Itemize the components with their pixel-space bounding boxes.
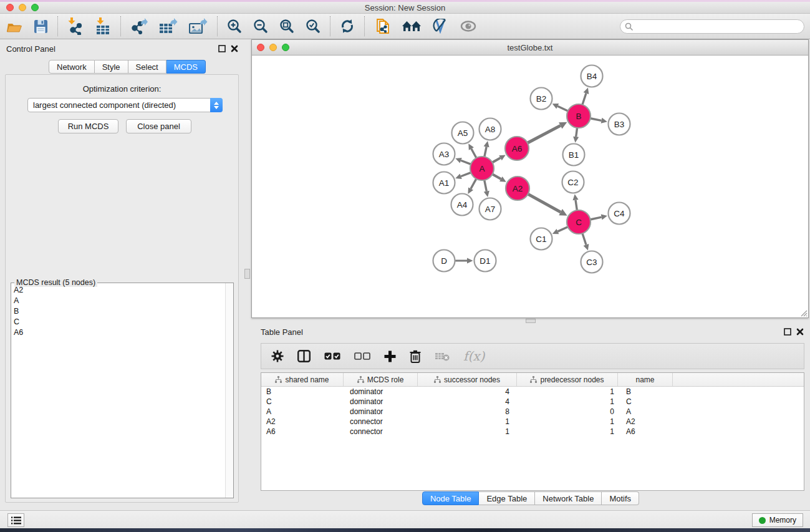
graph-edge-B-B3[interactable]: [591, 118, 602, 121]
mcds-result-list[interactable]: A2ABCA6: [11, 284, 225, 498]
table-cell[interactable]: 1: [418, 417, 517, 427]
copy-network-button[interactable]: [369, 16, 396, 37]
tab-node-table[interactable]: Node Table: [422, 491, 480, 505]
search-field[interactable]: [620, 19, 804, 34]
mcds-result-item[interactable]: B: [11, 306, 225, 316]
deselect-all-icon[interactable]: [354, 352, 370, 360]
graph-edge-B-B1[interactable]: [576, 128, 577, 137]
tab-network-table[interactable]: Network Table: [535, 491, 602, 505]
table-cell[interactable]: B: [618, 387, 673, 397]
tab-mcds[interactable]: MCDS: [166, 60, 206, 74]
table-cell[interactable]: 4: [418, 397, 517, 407]
tab-edge-table[interactable]: Edge Table: [479, 491, 535, 505]
table-row[interactable]: Adominator80A: [261, 407, 804, 417]
graph-edge-A2-C[interactable]: [528, 194, 561, 212]
graph-edge-A-A4[interactable]: [471, 179, 476, 189]
table-cell[interactable]: dominator: [344, 387, 418, 397]
graph-node-A[interactable]: A: [470, 157, 494, 180]
eye-button[interactable]: [455, 16, 482, 37]
table-cell[interactable]: A: [261, 407, 344, 417]
select-all-icon[interactable]: [324, 352, 340, 360]
zoom-fit-button[interactable]: [274, 16, 300, 37]
table-cell[interactable]: C: [261, 397, 344, 407]
table-cell[interactable]: 1: [418, 427, 517, 437]
table-cell[interactable]: A: [618, 407, 673, 417]
delete-column-icon[interactable]: [410, 350, 421, 363]
table-cell[interactable]: dominator: [344, 397, 418, 407]
table-cell[interactable]: A2: [261, 417, 344, 427]
table-cell[interactable]: A6: [618, 427, 673, 437]
graph-node-A4[interactable]: A4: [451, 194, 473, 216]
graph-node-C2[interactable]: C2: [562, 172, 584, 193]
optimization-criterion-dropdown[interactable]: largest connected component (directed): [27, 98, 223, 112]
graph-node-A5[interactable]: A5: [452, 122, 474, 144]
graph-node-A2[interactable]: A2: [506, 177, 529, 200]
graphics-details-button[interactable]: [427, 16, 455, 37]
table-cell[interactable]: dominator: [344, 407, 418, 417]
float-panel-icon[interactable]: [218, 45, 226, 52]
column-header-name[interactable]: name: [618, 373, 673, 386]
graph-edge-C-C2[interactable]: [576, 200, 577, 210]
task-history-button[interactable]: [7, 513, 24, 527]
graph-node-A8[interactable]: A8: [480, 118, 501, 140]
table-cell[interactable]: B: [261, 387, 344, 397]
zoom-window-icon[interactable]: [31, 4, 39, 11]
close-table-panel-icon[interactable]: [796, 328, 804, 336]
horizontal-splitter-handle[interactable]: [526, 319, 536, 323]
tab-motifs[interactable]: Motifs: [602, 491, 639, 505]
vertical-splitter-handle[interactable]: [244, 269, 250, 279]
graph-edge-A6-B[interactable]: [528, 125, 561, 143]
import-table-button[interactable]: [89, 16, 117, 37]
export-table-button[interactable]: [153, 16, 183, 37]
graph-node-A1[interactable]: A1: [433, 172, 455, 194]
table-cell[interactable]: A6: [261, 427, 344, 437]
table-cell[interactable]: 0: [517, 407, 618, 417]
zoom-in-button[interactable]: [221, 16, 248, 37]
network-window-titlebar[interactable]: testGlobe.txt: [252, 40, 808, 56]
import-network-button[interactable]: [62, 16, 89, 37]
refresh-view-button[interactable]: [334, 16, 360, 37]
column-header-successor-nodes[interactable]: successor nodes: [418, 373, 517, 386]
graph-node-A7[interactable]: A7: [480, 198, 501, 220]
graph-node-D[interactable]: D: [433, 250, 455, 272]
table-row[interactable]: A6connector11A6: [261, 427, 804, 437]
tab-network[interactable]: Network: [49, 60, 95, 74]
resize-grip-icon[interactable]: [799, 308, 808, 317]
graph-edge-A-A7[interactable]: [485, 180, 487, 191]
graph-edge-C-C1[interactable]: [557, 227, 567, 231]
graph-node-B2[interactable]: B2: [531, 88, 552, 110]
open-session-button[interactable]: [0, 16, 28, 37]
graph-node-C4[interactable]: C4: [609, 203, 630, 225]
graph-edge-B-B4[interactable]: [582, 94, 586, 105]
float-table-panel-icon[interactable]: [784, 328, 791, 336]
column-header-MCDS-role[interactable]: MCDS role: [344, 373, 418, 386]
graph-node-A6[interactable]: A6: [505, 137, 529, 160]
memory-button[interactable]: Memory: [752, 513, 803, 527]
table-cell[interactable]: 1: [517, 427, 618, 437]
mcds-result-item[interactable]: A6: [11, 327, 225, 337]
graph-edge-A-A1[interactable]: [461, 173, 471, 177]
graph-node-B4[interactable]: B4: [581, 65, 603, 87]
columns-icon[interactable]: [297, 350, 311, 362]
add-column-icon[interactable]: [384, 351, 396, 362]
network-graph[interactable]: B4B2BB3A8A5A6A3B1AA1C2A2A4A7C4CC1C3DD1: [252, 56, 808, 317]
table-row[interactable]: Cdominator41C: [261, 397, 804, 407]
table-row[interactable]: A2connector11A2: [261, 417, 804, 427]
column-header-predecessor-nodes[interactable]: predecessor nodes: [517, 373, 618, 386]
graph-node-C1[interactable]: C1: [531, 228, 552, 250]
minimize-window-icon[interactable]: [19, 4, 26, 11]
table-cell[interactable]: 1: [517, 417, 618, 427]
graph-edge-B-B2[interactable]: [557, 106, 568, 111]
tab-style[interactable]: Style: [95, 60, 128, 74]
graph-node-B[interactable]: B: [567, 104, 591, 128]
network-canvas[interactable]: B4B2BB3A8A5A6A3B1AA1C2A2A4A7C4CC1C3DD1: [252, 56, 808, 317]
graph-node-A3[interactable]: A3: [433, 143, 455, 165]
mcds-result-item[interactable]: A2: [11, 284, 225, 295]
home-button[interactable]: [396, 16, 427, 37]
graph-node-B1[interactable]: B1: [563, 144, 585, 166]
zoom-selected-button[interactable]: [300, 16, 326, 37]
run-mcds-button[interactable]: Run MCDS: [58, 119, 118, 133]
table-cell[interactable]: connector: [344, 427, 418, 437]
node-table[interactable]: shared nameMCDS rolesuccessor nodesprede…: [261, 372, 804, 491]
tab-select[interactable]: Select: [128, 60, 166, 74]
